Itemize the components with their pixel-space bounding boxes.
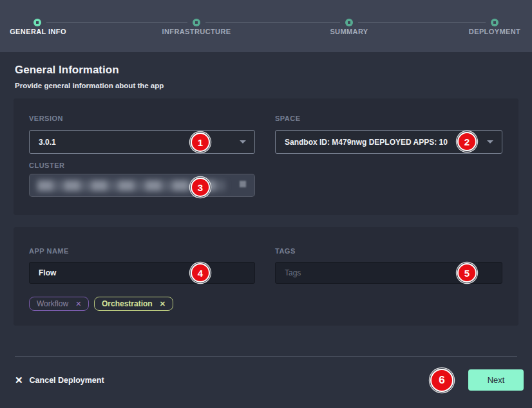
annotation-badge-3: 3: [191, 178, 210, 197]
remove-tag-icon[interactable]: ✕: [160, 301, 166, 308]
step-connector: [358, 23, 486, 23]
app-name-label: APP NAME: [29, 247, 69, 255]
tag-chip-label: Workflow: [37, 299, 68, 308]
footer-divider: [15, 357, 517, 357]
tag-chip-label: Orchestration: [102, 299, 153, 308]
cancel-deployment-label: Cancel Deployment: [30, 376, 104, 385]
annotation-badge-1: 1: [191, 133, 210, 152]
remove-tag-icon[interactable]: ✕: [75, 301, 81, 308]
page-title: General Information: [15, 64, 119, 77]
annotation-badge-4: 4: [191, 263, 210, 283]
step-dot-summary[interactable]: [345, 19, 353, 26]
annotation-badge-2: 2: [457, 132, 477, 151]
tag-chip-workflow[interactable]: Workflow ✕: [29, 297, 89, 311]
annotation-badge-6: 6: [430, 369, 453, 392]
general-info-panel: VERSION 3.0.1 SPACE Sandbox ID: M479nwg …: [14, 98, 518, 215]
version-value: 3.0.1: [39, 138, 56, 147]
close-icon: ✕: [15, 375, 23, 385]
version-label: VERSION: [29, 115, 63, 122]
cluster-field-disabled: [29, 174, 255, 197]
step-label-general-info[interactable]: GENERAL INFO: [10, 28, 66, 35]
wizard-stepper: GENERAL INFO INFRASTRUCTURE SUMMARY DEPL…: [0, 0, 532, 52]
tags-label: TAGS: [275, 247, 296, 255]
app-details-panel: APP NAME TAGS Workflow ✕ Orchestration ✕: [14, 227, 518, 326]
space-label: SPACE: [275, 115, 301, 122]
step-dot-infrastructure[interactable]: [193, 19, 200, 26]
next-button[interactable]: Next: [468, 369, 524, 391]
step-connector: [205, 23, 340, 23]
app-name-input[interactable]: [29, 262, 255, 284]
redacted-text: [240, 181, 246, 187]
step-dot-deployment[interactable]: [491, 19, 499, 26]
step-connector: [46, 23, 187, 23]
step-label-deployment[interactable]: DEPLOYMENT: [469, 28, 520, 35]
cluster-label: CLUSTER: [29, 162, 64, 169]
page-subtitle: Provide general information about the ap…: [15, 82, 164, 89]
step-dot-general-info[interactable]: [33, 19, 41, 26]
step-label-summary[interactable]: SUMMARY: [330, 28, 368, 35]
annotation-badge-5: 5: [457, 263, 477, 283]
space-value: Sandbox ID: M479nwg DEPLOYED APPS: 10: [285, 138, 448, 147]
cancel-deployment-button[interactable]: ✕ Cancel Deployment: [15, 375, 104, 385]
chevron-down-icon: [487, 140, 493, 144]
chevron-down-icon: [240, 140, 246, 144]
tag-chip-orchestration[interactable]: Orchestration ✕: [94, 297, 173, 311]
version-select[interactable]: 3.0.1: [29, 130, 255, 154]
step-label-infrastructure[interactable]: INFRASTRUCTURE: [162, 28, 231, 35]
